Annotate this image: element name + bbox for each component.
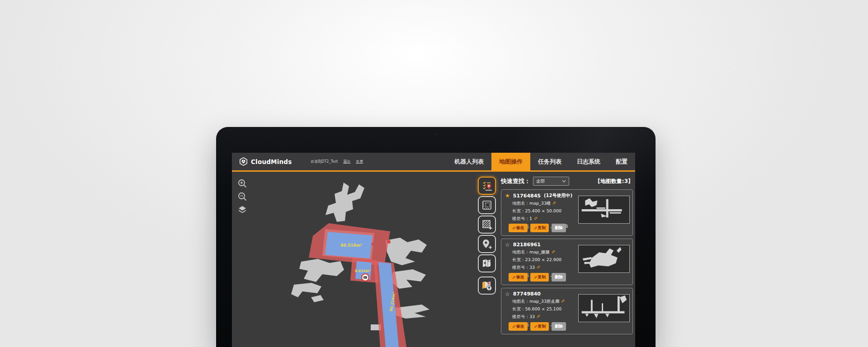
delete-map-button[interactable]: 删除 xyxy=(552,273,566,281)
field-label-size: 长宽： xyxy=(512,306,525,311)
content-area: 40.519m² 8.614m² 80.210m² xyxy=(232,173,635,347)
pencil-icon: ✎ xyxy=(533,276,537,279)
field-label-name: 地图名： xyxy=(512,201,529,206)
upload-map-icon xyxy=(481,280,493,291)
chevron-down-icon xyxy=(562,180,566,183)
filter-selected-value: 全部 xyxy=(536,178,545,184)
map-list-panel: 快速查找： 全部 【地图数量:3】 ★ 51764845 (12号使用中) xyxy=(501,173,635,347)
edit-pencil-icon[interactable]: ✎ xyxy=(552,201,557,205)
edit-map-button[interactable]: ✎修改 xyxy=(509,322,528,331)
map-id: 51764845 xyxy=(513,193,541,199)
app-screen: CloudMinds 欢迎BJDT2_Test 退出 全屏 机器人列表 地图操作… xyxy=(232,153,635,347)
panel-header: 快速查找： 全部 【地图数量:3】 xyxy=(501,176,635,187)
logout-link[interactable]: 退出 xyxy=(343,159,350,164)
map-name-value: map_腿腿 xyxy=(529,249,550,254)
zoom-in-icon[interactable] xyxy=(237,178,247,188)
add-location-point-icon xyxy=(481,238,493,250)
nav-item-robot-list[interactable]: 机器人列表 xyxy=(447,153,491,170)
star-filled-icon[interactable]: ★ xyxy=(505,193,510,198)
pencil-icon: ✎ xyxy=(533,325,537,328)
map-name-value: map_33层走廊 xyxy=(529,299,559,304)
add-virtual-wall-icon xyxy=(481,219,493,230)
field-label-size: 长宽： xyxy=(512,257,525,262)
star-outline-icon[interactable]: ☆ xyxy=(505,291,510,297)
nav-menu: 机器人列表 地图操作 任务列表 日志系统 配置 xyxy=(447,153,635,170)
edit-pencil-icon[interactable]: ✎ xyxy=(551,250,556,253)
tool-add-virtual-wall[interactable] xyxy=(478,216,496,234)
field-label-floor: 楼层号： xyxy=(512,216,529,221)
tool-add-location-point[interactable] xyxy=(478,235,496,253)
quick-find-label: 快速查找： xyxy=(501,177,530,185)
copy-map-button[interactable]: ✎复制 xyxy=(530,224,549,232)
delete-map-button[interactable]: 删除 xyxy=(552,322,566,331)
zoom-out-icon[interactable] xyxy=(237,192,247,202)
pencil-icon: ✎ xyxy=(511,325,516,328)
area-label-small-room: 8.614m² xyxy=(355,269,371,273)
nav-item-log-system[interactable]: 日志系统 xyxy=(569,153,608,170)
map-card[interactable]: ★ 51764845 (12号使用中) 地图名：map_33楼✎ 长宽：25.4… xyxy=(501,189,633,236)
field-label-name: 地图名： xyxy=(512,299,529,304)
tool-delete-map[interactable] xyxy=(478,254,496,272)
edit-pencil-icon[interactable]: ✎ xyxy=(560,299,565,303)
map-thumbnail xyxy=(578,294,630,322)
robot-position-marker[interactable] xyxy=(362,274,369,281)
edit-map-button[interactable]: ✎修改 xyxy=(509,224,528,232)
map-thumbnail xyxy=(578,196,630,224)
area-label-big-room: 40.519m² xyxy=(340,243,362,248)
floor-value: 33 xyxy=(529,265,535,270)
top-nav: CloudMinds 欢迎BJDT2_Test 退出 全屏 机器人列表 地图操作… xyxy=(232,153,635,172)
layers-icon[interactable] xyxy=(237,205,247,215)
welcome-text: 欢迎BJDT2_Test xyxy=(311,159,338,164)
map-card[interactable]: ☆ 82186961 地图名：map_腿腿✎ 长宽：23.200 × 22.90… xyxy=(501,239,633,285)
map-toolbar xyxy=(478,177,498,296)
map-size-value: 56.600 × 25.100 xyxy=(525,306,561,311)
map-view-controls xyxy=(237,178,247,215)
nav-item-task-list[interactable]: 任务列表 xyxy=(530,153,569,170)
pencil-icon: ✎ xyxy=(511,276,516,279)
monitor-mockup: CloudMinds 欢迎BJDT2_Test 退出 全屏 机器人列表 地图操作… xyxy=(216,127,656,347)
session-links: 欢迎BJDT2_Test 退出 全屏 xyxy=(311,153,363,170)
star-outline-icon[interactable]: ☆ xyxy=(505,242,510,248)
cloudminds-logo-icon xyxy=(239,157,248,166)
map-frame-edit-icon xyxy=(481,199,493,211)
map-id: 87749840 xyxy=(513,291,541,297)
field-label-size: 长宽： xyxy=(512,208,525,213)
brand: CloudMinds xyxy=(232,153,292,170)
map-canvas[interactable]: 40.519m² 8.614m² 80.210m² xyxy=(232,173,478,347)
map-size-value: 25.400 × 50.000 xyxy=(525,208,561,213)
pencil-icon: ✎ xyxy=(533,226,537,230)
nav-item-config[interactable]: 配置 xyxy=(608,153,635,170)
map-in-use-badge: (12号使用中) xyxy=(544,192,572,199)
map-size-value: 23.200 × 22.900 xyxy=(525,257,561,262)
map-area[interactable]: 40.519m² 8.614m² 80.210m² xyxy=(232,173,478,347)
tool-map-frame-edit[interactable] xyxy=(478,196,496,214)
copy-map-button[interactable]: ✎复制 xyxy=(530,273,549,281)
edit-pencil-icon[interactable]: ✎ xyxy=(536,315,541,319)
webcam-dot xyxy=(435,133,437,135)
field-label-floor: 楼层号： xyxy=(512,265,529,270)
map-id: 82186961 xyxy=(513,242,541,248)
delete-map-icon xyxy=(481,258,493,269)
copy-map-button[interactable]: ✎复制 xyxy=(530,322,549,331)
map-count-badge: 【地图数量:3】 xyxy=(595,178,633,185)
tool-upload-map[interactable] xyxy=(478,277,496,295)
floor-value: 33 xyxy=(529,314,535,319)
fullscreen-link[interactable]: 全屏 xyxy=(356,159,363,164)
map-card[interactable]: ☆ 87749840 地图名：map_33层走廊✎ 长宽：56.600 × 25… xyxy=(501,288,633,334)
map-filter-select[interactable]: 全部 xyxy=(533,177,569,186)
floor-value: 1 xyxy=(529,216,532,221)
delete-map-button[interactable]: 删除 xyxy=(552,224,566,232)
pencil-icon: ✎ xyxy=(511,226,516,230)
map-name-value: map_33楼 xyxy=(529,201,551,206)
field-label-name: 地图名： xyxy=(512,249,529,254)
field-label-floor: 楼层号： xyxy=(512,314,529,319)
nav-item-map-operation[interactable]: 地图操作 xyxy=(491,153,530,170)
edit-pencil-icon[interactable]: ✎ xyxy=(536,266,541,269)
edit-map-button[interactable]: ✎修改 xyxy=(509,273,528,281)
task-point-list-icon xyxy=(481,180,493,192)
map-thumbnail xyxy=(578,245,630,273)
brand-name: CloudMinds xyxy=(251,158,292,165)
edit-pencil-icon[interactable]: ✎ xyxy=(533,217,538,220)
tool-task-point-list[interactable] xyxy=(478,177,496,195)
